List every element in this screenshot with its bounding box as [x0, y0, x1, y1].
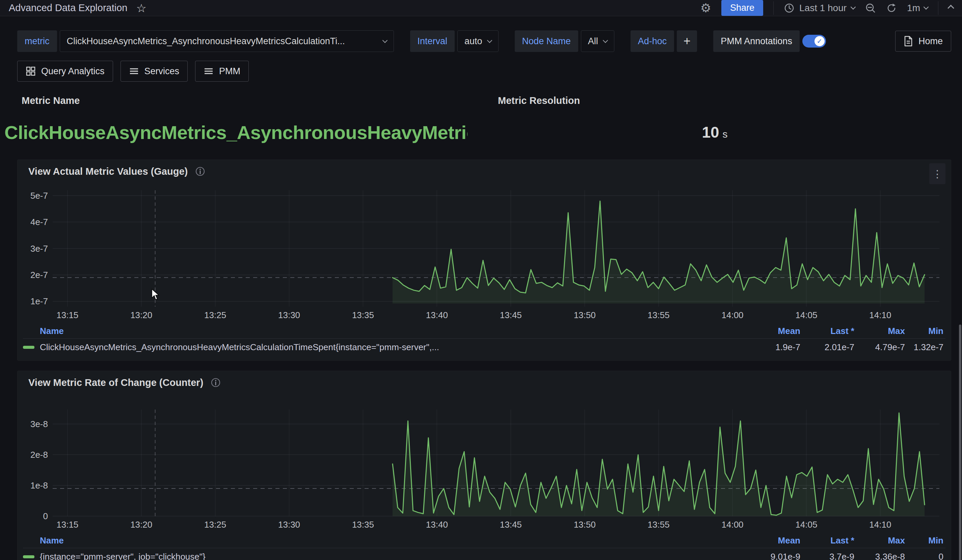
x-axis-tick-label: 13:35 — [352, 520, 374, 529]
gauge-panel: View Actual Metric Values (Gauge) ⋮ 5e-7… — [17, 159, 951, 360]
series-mean-value: 9.01e-9 — [750, 552, 800, 560]
counter-panel-header: View Metric Rate of Change (Counter) — [23, 376, 946, 389]
metric-resolution-value: 10s — [468, 123, 962, 142]
x-axis-tick-label: 14:10 — [869, 310, 891, 320]
gauge-panel-header: View Actual Metric Values (Gauge) ⋮ — [23, 165, 946, 178]
x-axis-tick-label: 13:25 — [204, 520, 226, 529]
gauge-legend: Name Mean Last * Max Min ClickHouseAsync… — [23, 324, 946, 356]
legend-col-mean[interactable]: Mean — [750, 535, 800, 546]
adhoc-filter-label: Ad-hoc — [631, 31, 675, 52]
series-color-swatch[interactable] — [23, 346, 34, 349]
x-axis-tick-label: 13:15 — [56, 520, 78, 529]
time-range-picker[interactable]: Last 1 hour — [784, 3, 855, 13]
menu-icon — [129, 66, 139, 76]
x-axis-tick-label: 13:55 — [648, 520, 670, 529]
menu-icon — [203, 66, 214, 76]
metric-values-row: ClickHouseAsyncMetrics_AsynchronousHeavy… — [0, 110, 962, 154]
y-axis-tick-label: 1e-8 — [31, 480, 48, 491]
x-axis-tick-label: 13:40 — [426, 520, 448, 529]
query-analytics-button[interactable]: Query Analytics — [17, 61, 113, 82]
chevron-down-icon — [382, 37, 387, 43]
favorite-star-icon[interactable]: ☆ — [136, 2, 146, 14]
series-label[interactable]: {instance="pmm-server", job="clickhouse"… — [40, 552, 205, 560]
x-axis-tick-label: 13:50 — [574, 310, 596, 320]
info-icon[interactable] — [195, 166, 205, 177]
counter-chart[interactable]: 3e-82e-81e-8013:1513:2013:2513:3013:3513… — [23, 410, 946, 531]
page-scrollbar[interactable] — [959, 325, 961, 560]
interval-variable-value: auto — [465, 36, 483, 47]
panel-menu-kebab-icon[interactable]: ⋮ — [929, 163, 946, 184]
series-color-swatch[interactable] — [23, 555, 34, 558]
settings-gear-icon[interactable]: ⚙ — [701, 2, 711, 14]
node-name-variable-select[interactable]: All — [581, 31, 614, 52]
chevron-down-icon — [851, 4, 856, 10]
x-axis-tick-label: 13:30 — [278, 520, 300, 529]
node-name-variable-value: All — [588, 36, 598, 47]
metric-resolution-heading: Metric Resolution — [498, 95, 580, 106]
legend-col-mean[interactable]: Mean — [750, 326, 800, 336]
gauge-panel-title[interactable]: View Actual Metric Values (Gauge) — [28, 166, 188, 177]
metric-name-value: ClickHouseAsyncMetrics_AsynchronousHeavy… — [4, 121, 468, 143]
x-axis-tick-label: 13:45 — [500, 520, 522, 529]
series-label[interactable]: ClickHouseAsyncMetrics_AsynchronousHeavy… — [40, 342, 439, 352]
share-button[interactable]: Share — [722, 0, 763, 16]
legend-col-max[interactable]: Max — [854, 535, 905, 546]
collapse-chevron-up-icon[interactable] — [949, 6, 953, 10]
home-button[interactable]: Home — [895, 31, 951, 51]
resolution-number: 10 — [702, 124, 719, 141]
divider — [938, 2, 938, 15]
y-axis-tick-label: 0 — [43, 511, 48, 521]
legend-header: Name Mean Last * Max Min — [23, 324, 946, 339]
metric-headers-row: Metric Name Metric Resolution — [17, 95, 951, 106]
legend-col-last[interactable]: Last * — [800, 326, 854, 336]
y-axis-tick-label: 2e-7 — [31, 270, 48, 280]
x-axis-tick-label: 13:20 — [130, 520, 152, 529]
clock-icon — [784, 3, 794, 13]
series-last-value: 2.01e-7 — [800, 342, 854, 352]
refresh-interval-picker[interactable]: 1m — [907, 3, 928, 13]
x-axis-tick-label: 14:05 — [795, 520, 817, 529]
interval-variable-select[interactable]: auto — [457, 31, 499, 52]
gauge-chart[interactable]: 5e-74e-73e-72e-71e-713:1513:2013:2513:30… — [23, 190, 946, 322]
zoom-out-icon[interactable] — [865, 3, 876, 13]
time-range-label: Last 1 hour — [799, 3, 847, 13]
pmm-button[interactable]: PMM — [195, 61, 249, 82]
chevron-down-icon — [602, 37, 608, 43]
legend-col-min[interactable]: Min — [905, 326, 946, 336]
pmm-label: PMM — [219, 66, 240, 77]
dashboard-title: Advanced Data Exploration — [9, 2, 127, 13]
legend-col-min[interactable]: Min — [905, 535, 946, 546]
counter-panel: View Metric Rate of Change (Counter) 3e-… — [17, 371, 951, 560]
x-axis-tick-label: 13:30 — [278, 310, 300, 320]
divider — [773, 2, 774, 15]
refresh-interval-label: 1m — [907, 3, 920, 13]
metric-variable-label: metric — [17, 31, 57, 52]
y-axis-tick-label: 2e-8 — [31, 450, 48, 460]
metric-variable-value: ClickHouseAsyncMetrics_AsynchronousHeavy… — [67, 36, 378, 47]
legend-col-last[interactable]: Last * — [800, 535, 854, 546]
home-button-label: Home — [918, 36, 943, 47]
series-min-value: 0 — [905, 552, 946, 560]
series-min-value: 1.32e-7 — [905, 342, 946, 352]
legend-col-name[interactable]: Name — [23, 535, 750, 546]
add-adhoc-filter-button[interactable]: + — [677, 31, 697, 52]
x-axis-tick-label: 13:50 — [574, 520, 596, 529]
counter-legend: Name Mean Last * Max Min {instance="pmm-… — [23, 533, 946, 560]
y-axis-tick-label: 3e-8 — [31, 419, 48, 429]
metric-variable-select[interactable]: ClickHouseAsyncMetrics_AsynchronousHeavy… — [60, 31, 394, 52]
pmm-annotations-toggle[interactable]: ✓ — [802, 35, 826, 48]
refresh-icon[interactable] — [886, 3, 897, 13]
x-axis-tick-label: 13:35 — [352, 310, 374, 320]
metric-name-heading: Metric Name — [22, 95, 80, 106]
counter-panel-title[interactable]: View Metric Rate of Change (Counter) — [28, 377, 203, 388]
y-axis-tick-label: 3e-7 — [31, 243, 48, 254]
services-button[interactable]: Services — [121, 61, 188, 82]
document-icon — [904, 36, 913, 47]
legend-col-name[interactable]: Name — [23, 326, 750, 336]
info-icon[interactable] — [211, 378, 221, 388]
node-name-variable-label: Node Name — [515, 31, 578, 52]
x-axis-tick-label: 13:55 — [648, 310, 670, 320]
legend-series-row: {instance="pmm-server", job="clickhouse"… — [23, 548, 946, 560]
x-axis-tick-label: 13:40 — [426, 310, 448, 320]
legend-col-max[interactable]: Max — [854, 326, 905, 336]
